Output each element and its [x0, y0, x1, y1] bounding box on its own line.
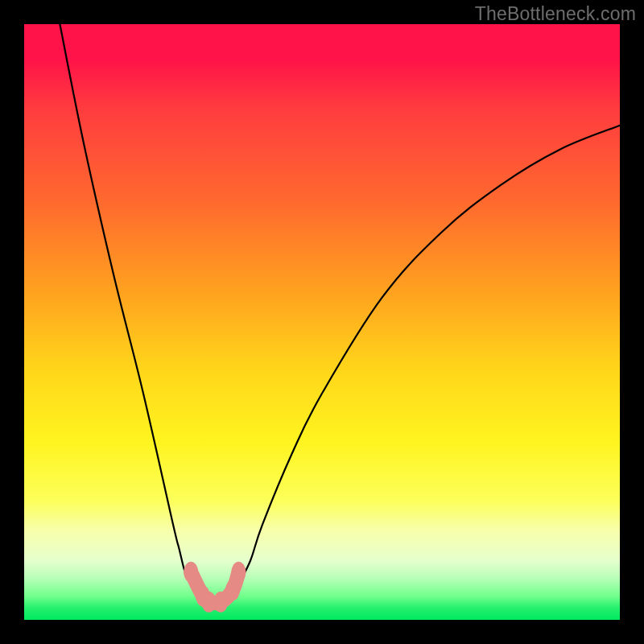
plot-area: [24, 24, 620, 620]
chart-frame: TheBottleneck.com: [0, 0, 644, 644]
trough-marker: [231, 562, 246, 583]
trough-markers-group: [24, 24, 620, 620]
trough-marker: [225, 580, 240, 601]
watermark-text: TheBottleneck.com: [475, 3, 636, 25]
trough-marker: [184, 562, 198, 583]
trough-marker: [213, 592, 228, 613]
